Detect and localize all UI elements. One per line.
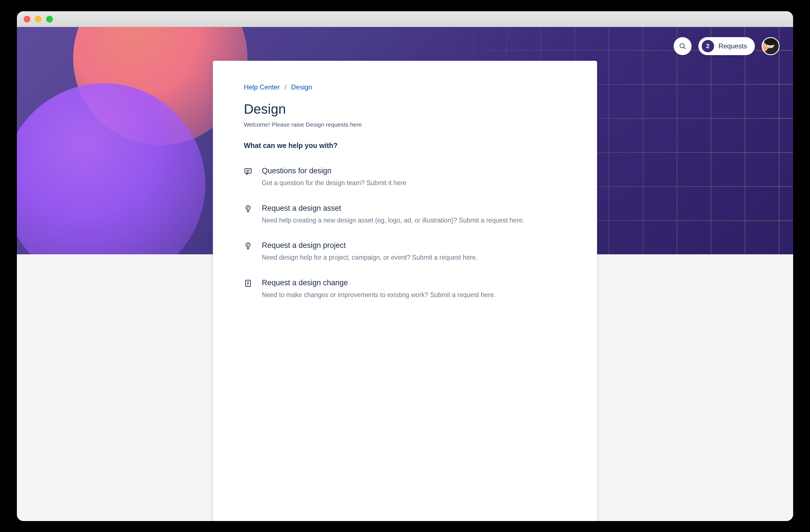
request-type-project[interactable]: Request a design project Need design hel…	[244, 241, 566, 263]
lightbulb-icon	[244, 204, 254, 226]
viewport: 2 Requests Help Center / Design Design W…	[17, 27, 793, 521]
help-prompt: What can we help you with?	[244, 142, 566, 150]
request-type-questions[interactable]: Questions for design Got a question for …	[244, 166, 566, 188]
breadcrumb-root-link[interactable]: Help Center	[244, 83, 280, 91]
requests-count-badge: 2	[702, 40, 714, 52]
page-title: Design	[244, 101, 566, 117]
avatar[interactable]	[762, 37, 780, 55]
app-window: 2 Requests Help Center / Design Design W…	[17, 11, 793, 521]
request-item-title: Request a design change	[262, 278, 566, 287]
window-close-button[interactable]	[23, 16, 30, 22]
breadcrumb-separator: /	[285, 83, 287, 91]
page-subtitle: Welcome! Please raise Design requests he…	[244, 121, 566, 128]
window-maximize-button[interactable]	[46, 16, 53, 22]
request-item-title: Request a design asset	[262, 204, 566, 213]
lightbulb-icon	[244, 241, 254, 263]
requests-button[interactable]: 2 Requests	[698, 37, 755, 55]
request-item-desc: Need to make changes or improvements to …	[262, 290, 566, 300]
request-item-title: Request a design project	[262, 241, 566, 250]
request-item-desc: Need help creating a new design asset (e…	[262, 215, 566, 226]
search-icon	[679, 42, 686, 50]
document-icon	[244, 278, 254, 300]
top-toolbar: 2 Requests	[674, 37, 780, 55]
request-type-asset[interactable]: Request a design asset Need help creatin…	[244, 204, 566, 226]
window-minimize-button[interactable]	[35, 16, 42, 22]
breadcrumb-current-link[interactable]: Design	[291, 83, 312, 91]
svg-line-1	[683, 47, 685, 49]
request-list: Questions for design Got a question for …	[244, 166, 566, 300]
requests-label: Requests	[718, 42, 747, 50]
chat-icon	[244, 166, 254, 188]
request-item-title: Questions for design	[262, 166, 566, 175]
request-item-desc: Need design help for a project, campaign…	[262, 253, 566, 263]
main-card: Help Center / Design Design Welcome! Ple…	[213, 61, 597, 521]
svg-rect-2	[245, 168, 252, 173]
request-item-desc: Got a question for the design team? Subm…	[262, 178, 566, 188]
request-type-change[interactable]: Request a design change Need to make cha…	[244, 278, 566, 300]
search-button[interactable]	[674, 37, 692, 55]
window-titlebar	[17, 11, 793, 27]
breadcrumb: Help Center / Design	[244, 83, 566, 91]
